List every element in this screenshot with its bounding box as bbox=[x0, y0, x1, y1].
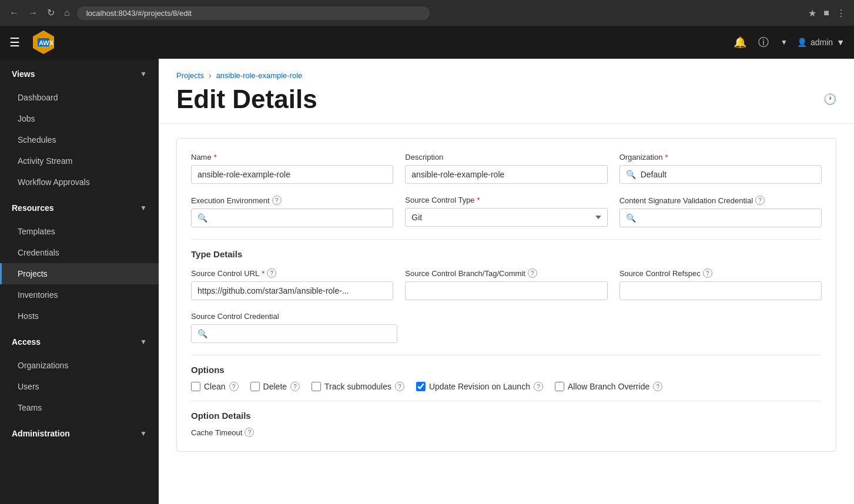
option-update-revision[interactable]: Update Revision on Launch ? bbox=[416, 382, 543, 391]
update-revision-help-icon[interactable]: ? bbox=[534, 382, 543, 391]
allow-branch-help-icon[interactable]: ? bbox=[653, 382, 662, 391]
forward-button[interactable]: → bbox=[26, 6, 40, 20]
organization-search-icon: 🔍 bbox=[626, 170, 636, 179]
option-track-submodules[interactable]: Track submodules ? bbox=[312, 382, 404, 391]
sidebar-item-activity-stream[interactable]: Activity Stream bbox=[0, 150, 159, 172]
notifications-button[interactable]: 🔔 bbox=[731, 33, 749, 51]
help-chevron[interactable]: ▼ bbox=[778, 36, 790, 49]
user-menu[interactable]: 👤 admin ▼ bbox=[797, 38, 845, 47]
access-section-header[interactable]: Access ▼ bbox=[0, 329, 159, 355]
organization-field-group: Organization * 🔍 bbox=[619, 153, 822, 184]
breadcrumb: Projects › ansible-role-example-role bbox=[176, 70, 836, 80]
organization-search-input[interactable] bbox=[641, 170, 815, 179]
breadcrumb-projects-link[interactable]: Projects bbox=[176, 71, 204, 80]
sidebar-item-hosts[interactable]: Hosts bbox=[0, 305, 159, 327]
views-section-label: Views bbox=[12, 69, 35, 79]
description-input[interactable] bbox=[405, 165, 607, 184]
sidebar-item-schedules[interactable]: Schedules bbox=[0, 129, 159, 150]
sidebar-item-organizations[interactable]: Organizations bbox=[0, 355, 159, 376]
hamburger-button[interactable]: ☰ bbox=[9, 35, 20, 49]
scb-help-icon[interactable]: ? bbox=[528, 268, 537, 278]
views-section-header[interactable]: Views ▼ bbox=[0, 61, 159, 87]
content-inner: Projects › ansible-role-example-role Edi… bbox=[159, 59, 854, 504]
awx-logo-svg: AWX bbox=[29, 28, 58, 56]
extensions-icon[interactable]: ■ bbox=[822, 6, 830, 19]
form-row-4: Source Control Credential 🔍 bbox=[191, 312, 822, 343]
name-label: Name * bbox=[191, 153, 393, 162]
scr-help-icon[interactable]: ? bbox=[703, 268, 712, 278]
back-button[interactable]: ← bbox=[7, 6, 21, 20]
name-input[interactable] bbox=[191, 165, 393, 184]
organization-search-field[interactable]: 🔍 bbox=[619, 165, 822, 184]
source-control-branch-group: Source Control Branch/Tag/Commit ? bbox=[405, 268, 607, 300]
track-submodules-help-icon[interactable]: ? bbox=[395, 382, 404, 391]
source-control-url-input[interactable] bbox=[191, 281, 393, 300]
address-bar[interactable] bbox=[77, 6, 430, 20]
source-control-refspec-label: Source Control Refspec ? bbox=[619, 268, 822, 278]
organization-label: Organization * bbox=[619, 153, 822, 162]
option-allow-branch-override[interactable]: Allow Branch Override ? bbox=[555, 382, 662, 391]
scu-help-icon[interactable]: ? bbox=[267, 268, 276, 278]
content-sig-search-input[interactable] bbox=[641, 213, 815, 223]
source-control-url-label: Source Control URL * ? bbox=[191, 268, 393, 278]
browser-chrome: ← → ↻ ⌂ ★ ■ ⋮ bbox=[0, 0, 854, 26]
sidebar-item-dashboard[interactable]: Dashboard bbox=[0, 87, 159, 108]
option-track-submodules-checkbox[interactable] bbox=[312, 382, 321, 391]
menu-icon[interactable]: ⋮ bbox=[835, 6, 847, 20]
user-chevron: ▼ bbox=[836, 38, 845, 47]
cache-timeout-help-icon[interactable]: ? bbox=[245, 428, 254, 437]
page-title: Edit Details bbox=[176, 85, 317, 114]
option-delete[interactable]: Delete ? bbox=[250, 382, 300, 391]
resources-section: Resources ▼ Templates Credentials Projec… bbox=[0, 195, 159, 327]
administration-section-header[interactable]: Administration ▼ bbox=[0, 421, 159, 446]
options-row: Clean ? Delete ? Track submodules bbox=[191, 382, 822, 391]
content-sig-help-icon[interactable]: ? bbox=[755, 196, 765, 205]
options-header: Options bbox=[191, 365, 822, 375]
top-navbar-right: 🔔 ⓘ ▼ 👤 admin ▼ bbox=[731, 33, 845, 52]
source-control-credential-group: Source Control Credential 🔍 bbox=[191, 312, 397, 343]
access-chevron-icon: ▼ bbox=[140, 338, 147, 346]
sidebar-item-credentials[interactable]: Credentials bbox=[0, 242, 159, 263]
sidebar-item-users[interactable]: Users bbox=[0, 376, 159, 397]
option-update-revision-checkbox[interactable] bbox=[416, 382, 426, 391]
bookmark-icon[interactable]: ★ bbox=[807, 6, 818, 20]
source-control-credential-label: Source Control Credential bbox=[191, 312, 397, 321]
content-sig-search-field[interactable]: 🔍 bbox=[619, 209, 822, 227]
administration-section: Administration ▼ bbox=[0, 421, 159, 446]
source-control-credential-input[interactable] bbox=[212, 329, 391, 338]
refresh-button[interactable]: ↻ bbox=[45, 6, 57, 20]
page-header: Projects › ansible-role-example-role Edi… bbox=[159, 59, 854, 124]
source-control-credential-search-field[interactable]: 🔍 bbox=[191, 324, 397, 343]
scu-required-star: * bbox=[262, 269, 264, 278]
browser-icons: ★ ■ ⋮ bbox=[807, 6, 847, 20]
sidebar-item-teams[interactable]: Teams bbox=[0, 397, 159, 418]
execution-env-search-field[interactable]: 🔍 bbox=[191, 209, 393, 227]
resources-section-label: Resources bbox=[12, 203, 54, 213]
option-clean[interactable]: Clean ? bbox=[191, 382, 239, 391]
option-clean-checkbox[interactable] bbox=[191, 382, 200, 391]
execution-env-search-input[interactable] bbox=[212, 213, 387, 223]
content-sig-search-icon: 🔍 bbox=[626, 213, 636, 223]
sidebar-item-inventories[interactable]: Inventories bbox=[0, 284, 159, 305]
source-control-type-field-group: Source Control Type * Git Manual SVN Ins… bbox=[405, 196, 607, 227]
sidebar-item-jobs[interactable]: Jobs bbox=[0, 108, 159, 129]
source-control-type-select[interactable]: Git Manual SVN Insights Remote Archive bbox=[405, 208, 607, 227]
sidebar-item-projects[interactable]: Projects bbox=[0, 263, 159, 284]
sidebar-item-templates[interactable]: Templates bbox=[0, 221, 159, 242]
history-icon[interactable]: 🕐 bbox=[823, 93, 836, 106]
access-section-label: Access bbox=[12, 337, 41, 347]
option-delete-checkbox[interactable] bbox=[250, 382, 260, 391]
home-button[interactable]: ⌂ bbox=[62, 6, 72, 20]
option-allow-branch-override-checkbox[interactable] bbox=[555, 382, 564, 391]
sidebar: Views ▼ Dashboard Jobs Schedules Activit… bbox=[0, 59, 159, 504]
help-button[interactable]: ⓘ bbox=[756, 33, 771, 52]
sidebar-item-workflow-approvals[interactable]: Workflow Approvals bbox=[0, 172, 159, 193]
source-control-branch-input[interactable] bbox=[405, 281, 607, 300]
source-control-url-group: Source Control URL * ? bbox=[191, 268, 393, 300]
form-row-3: Source Control URL * ? Source Control Br… bbox=[191, 268, 822, 300]
clean-help-icon[interactable]: ? bbox=[229, 382, 239, 391]
delete-help-icon[interactable]: ? bbox=[290, 382, 300, 391]
source-control-refspec-input[interactable] bbox=[619, 281, 822, 300]
execution-env-help-icon[interactable]: ? bbox=[272, 196, 282, 205]
resources-section-header[interactable]: Resources ▼ bbox=[0, 195, 159, 221]
